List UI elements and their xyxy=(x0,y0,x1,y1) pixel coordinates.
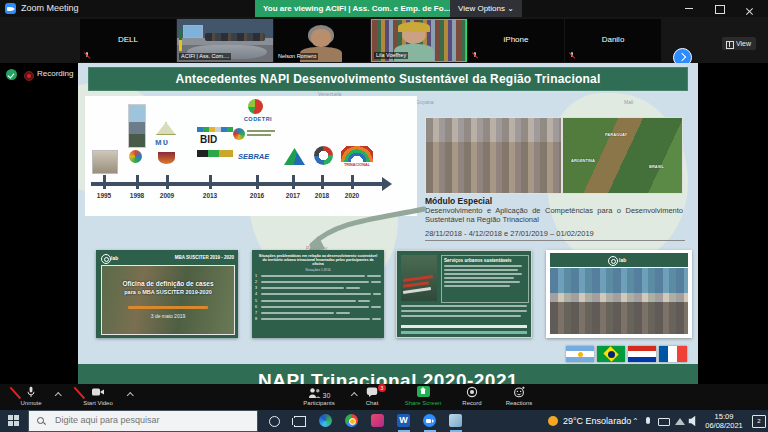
map-label: Guyana xyxy=(416,99,434,105)
mic-icon xyxy=(25,386,37,398)
chat-badge: 3 xyxy=(378,384,386,392)
chat-icon xyxy=(366,386,378,398)
footer-bar xyxy=(401,325,527,328)
zoom-meeting-window: Zoom Meeting You are viewing ACIFI | Ass… xyxy=(0,0,768,432)
logo-triangle-icon xyxy=(156,122,176,135)
start-video-button[interactable]: Start Video xyxy=(72,386,124,406)
video-options-caret[interactable] xyxy=(128,392,133,397)
panel-title: Situações problemáticas em relação ao de… xyxy=(258,254,378,267)
orange-text-bar xyxy=(128,306,208,309)
participant-tile[interactable]: Danilo xyxy=(565,19,661,62)
group-photo xyxy=(425,117,562,194)
zoom-taskbar-icon[interactable] xyxy=(422,413,438,429)
river-label: PARAGUAY xyxy=(605,132,627,137)
shared-screen-area: Recording Venezuela Guyana Mali Bolivie … xyxy=(0,63,768,391)
people-row xyxy=(205,33,265,41)
media-app-icon[interactable] xyxy=(370,413,386,429)
map-label: Mali xyxy=(624,99,633,105)
logo-fronteiras-icon xyxy=(233,128,245,140)
taskbar-search[interactable] xyxy=(28,410,258,432)
panel-title-line: Oficina de definição de cases xyxy=(102,280,234,287)
minimize-button[interactable] xyxy=(676,0,702,17)
panel-lab-photo: lab xyxy=(546,250,692,338)
timeline-year: 2020 xyxy=(338,192,366,199)
river-label: BRASIL xyxy=(649,164,664,169)
participant-tile[interactable]: ACIFI | Ass. Com.... xyxy=(177,19,273,62)
muted-mic-icon xyxy=(569,52,574,59)
reactions-label: Reactions xyxy=(506,400,533,406)
tray-network-icon[interactable] xyxy=(675,418,685,425)
unmute-button[interactable]: Unmute xyxy=(10,386,52,406)
flag-pole xyxy=(179,29,182,51)
panel-title-line: para o MBA SUSCITER 2019-2020 xyxy=(102,289,234,295)
recording-label: Recording xyxy=(37,69,73,78)
tray-volume-icon[interactable] xyxy=(688,416,695,427)
classroom-photo xyxy=(550,268,688,334)
search-input[interactable] xyxy=(53,414,252,426)
view-label: View xyxy=(736,40,751,47)
zoom-toolbar: Unmute Start Video 30 Participants 3 Cha… xyxy=(0,384,768,410)
lab-label: lab xyxy=(111,255,118,261)
participant-tile[interactable]: iPhone xyxy=(468,19,564,62)
participants-label: Participants xyxy=(303,400,334,406)
timeline-panel: 1995 1998 2009 2013 2016 2017 2018 2020 … xyxy=(85,96,417,216)
participants-filmstrip: DELL ACIFI | Ass. Com.... Nelson Romero … xyxy=(0,17,768,63)
unmute-options-caret[interactable] xyxy=(56,392,61,397)
record-button[interactable]: Record xyxy=(454,386,490,406)
logo-mu-icon: ᴍᴜ xyxy=(155,137,179,148)
logo-fronteiras-line xyxy=(247,134,271,136)
security-shield-icon xyxy=(6,69,17,80)
timeline-year: 2018 xyxy=(308,192,336,199)
logo-trinacional-icon xyxy=(341,146,373,162)
muted-mic-icon xyxy=(84,52,89,59)
clock-date: 06/08/2021 xyxy=(698,421,750,430)
participants-button[interactable]: 30 Participants xyxy=(288,386,350,406)
participant-name: iPhone xyxy=(468,35,564,44)
lab-logo-icon xyxy=(608,256,618,266)
maximize-button[interactable] xyxy=(706,0,732,17)
view-options-button[interactable]: View Options ⌄ xyxy=(450,0,522,17)
panel-title: Serviços urbanos sustentáveis xyxy=(444,258,526,263)
weather-label[interactable]: 29°C Ensolarado xyxy=(563,416,631,426)
panel-situacoes: Situações problemáticas em relação ao de… xyxy=(252,250,384,338)
logo-codetri-label: CODETRI xyxy=(236,116,280,122)
taskbar-clock[interactable]: 15:09 06/08/2021 xyxy=(698,412,750,430)
start-button[interactable] xyxy=(8,415,20,427)
chrome-icon[interactable] xyxy=(344,413,360,429)
window-titlebar: Zoom Meeting You are viewing ACIFI | Ass… xyxy=(0,0,768,17)
flag-france-icon xyxy=(659,346,687,362)
task-view-button[interactable] xyxy=(292,413,308,429)
modulo-dates: 28/11/2018 - 4/12/2018 e 27/01/2019 – 01… xyxy=(425,229,685,241)
notes-app-icon[interactable] xyxy=(448,413,464,429)
action-center-button[interactable]: 2 xyxy=(752,415,766,428)
participant-tile-active-speaker[interactable]: Lila Voeffrey xyxy=(371,19,467,62)
reactions-button[interactable]: Reactions xyxy=(496,386,542,406)
participant-name: ACIFI | Ass. Com.... xyxy=(179,53,231,60)
river-label: ARGENTINA xyxy=(571,158,595,163)
panel-oficina-suscitar: lab MBA SUSCITER 2019 - 2020 Oficina de … xyxy=(96,250,238,338)
close-button[interactable] xyxy=(736,0,762,17)
panel-date: 3 de maio 2019 xyxy=(102,313,234,319)
tray-expand-icon[interactable]: ⌃ xyxy=(632,417,639,426)
panel-header: MBA SUSCITER 2019 - 2020 xyxy=(175,255,234,260)
chevron-right-icon xyxy=(678,52,686,60)
share-screen-button[interactable]: Share Screen xyxy=(396,386,450,406)
record-label: Record xyxy=(462,400,481,406)
participant-name: DELL xyxy=(80,35,176,44)
edge-icon[interactable] xyxy=(318,413,334,429)
projector-screen xyxy=(183,25,203,38)
logo-fronteiras-line xyxy=(247,130,275,132)
cortana-button[interactable] xyxy=(266,413,282,429)
word-icon[interactable]: W xyxy=(396,413,412,429)
recording-dot-icon xyxy=(24,71,34,81)
tray-keyboard-icon[interactable] xyxy=(658,418,670,426)
participant-tile[interactable]: Nelson Romero xyxy=(274,19,370,62)
view-layout-button[interactable]: View xyxy=(722,37,756,50)
chat-button[interactable]: 3 Chat xyxy=(356,386,388,406)
participant-tile[interactable]: DELL xyxy=(80,19,176,62)
tray-mic-icon[interactable] xyxy=(646,417,650,424)
participant-name: Nelson Romero xyxy=(276,53,318,60)
timeline-year: 2016 xyxy=(243,192,271,199)
logo-2017-triangle-icon xyxy=(284,148,305,165)
logo-trinacional-label: TRINACIONAL xyxy=(337,163,377,167)
